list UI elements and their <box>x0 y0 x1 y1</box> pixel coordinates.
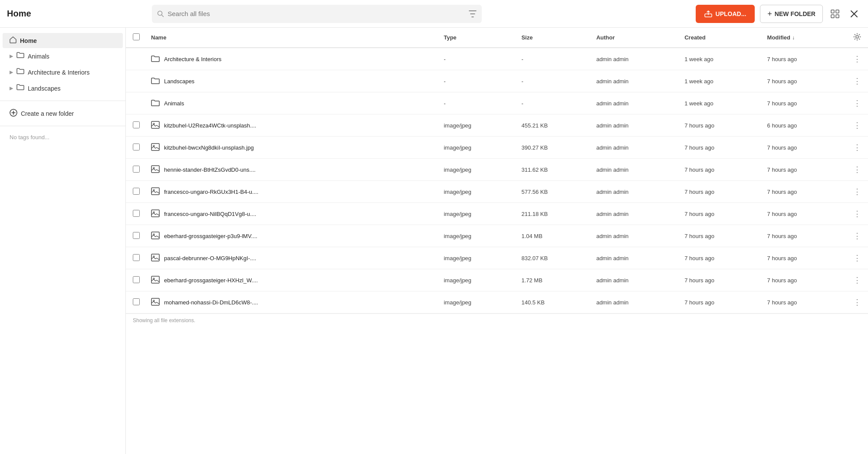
row-author-cell: admin admin <box>593 48 681 70</box>
more-options-button[interactable]: ⋮ <box>850 163 865 176</box>
row-more-cell: ⋮ <box>846 159 868 181</box>
row-name-cell: eberhard-grossgasteiger-HXHzl_W.... <box>148 269 440 291</box>
table-row[interactable]: Animals - - admin admin 1 week ago 7 hou… <box>126 92 868 114</box>
name-header: Name <box>148 28 440 48</box>
row-checkbox[interactable] <box>133 166 140 173</box>
image-icon <box>151 165 160 174</box>
row-more-cell: ⋮ <box>846 48 868 70</box>
search-input[interactable] <box>168 10 465 17</box>
row-more-cell: ⋮ <box>846 203 868 225</box>
row-created-cell: 7 hours ago <box>681 159 763 181</box>
row-more-cell: ⋮ <box>846 137 868 159</box>
more-options-button[interactable]: ⋮ <box>850 141 865 154</box>
sidebar-item-landscapes[interactable]: ▶ Landscapes <box>3 80 123 96</box>
row-size-cell: 1.04 MB <box>518 225 592 247</box>
close-button[interactable] <box>847 7 861 21</box>
row-created-cell: 7 hours ago <box>681 137 763 159</box>
row-select-cell <box>126 137 148 159</box>
more-options-button[interactable]: ⋮ <box>850 75 865 88</box>
svg-rect-17 <box>151 166 159 173</box>
row-more-cell: ⋮ <box>846 225 868 247</box>
row-modified-cell: 7 hours ago <box>764 159 846 181</box>
modified-label: Modified <box>767 34 790 41</box>
table-row[interactable]: francesco-ungaro-NilBQqD1Vg8-u.... image… <box>126 203 868 225</box>
row-size-cell: 455.21 KB <box>518 114 592 137</box>
file-name: kitzbuhel-bwcxNg8dkiI-unsplash.jpg <box>164 144 254 151</box>
table-row[interactable]: kitzbuhel-U2Reza4WCtk-unsplash.... image… <box>126 114 868 137</box>
row-checkbox[interactable] <box>133 121 140 128</box>
row-checkbox[interactable] <box>133 232 140 239</box>
more-options-button[interactable]: ⋮ <box>850 229 865 242</box>
row-size-cell: 1.72 MB <box>518 269 592 291</box>
row-checkbox[interactable] <box>133 144 140 150</box>
row-size-cell: - <box>518 48 592 70</box>
folder-name: Architecture & Interiors <box>164 56 221 62</box>
svg-rect-4 <box>836 10 839 13</box>
row-author-cell: admin admin <box>593 159 681 181</box>
more-options-button[interactable]: ⋮ <box>850 97 865 110</box>
more-options-button[interactable]: ⋮ <box>850 207 865 220</box>
more-options-button[interactable]: ⋮ <box>850 296 865 309</box>
more-options-button[interactable]: ⋮ <box>850 274 865 287</box>
sidebar-item-animals[interactable]: ▶ Animals <box>3 48 123 64</box>
row-type-cell: image/jpeg <box>440 247 518 269</box>
sidebar-item-home[interactable]: Home <box>3 33 123 48</box>
header: Home UPLOAD... + NEW FOLDER <box>0 0 868 28</box>
select-all-col <box>126 28 148 48</box>
row-checkbox[interactable] <box>133 254 140 261</box>
row-type-cell: image/jpeg <box>440 203 518 225</box>
row-more-cell: ⋮ <box>846 291 868 314</box>
upload-button[interactable]: UPLOAD... <box>696 5 755 23</box>
table-row[interactable]: Architecture & Interiors - - admin admin… <box>126 48 868 70</box>
row-size-cell: - <box>518 92 592 114</box>
svg-rect-13 <box>151 121 159 128</box>
table-row[interactable]: kitzbuhel-bwcxNg8dkiI-unsplash.jpg image… <box>126 137 868 159</box>
row-name-cell: kitzbuhel-U2Reza4WCtk-unsplash.... <box>148 114 440 137</box>
svg-rect-29 <box>151 298 159 305</box>
table-row[interactable]: mohamed-nohassi-Di-DmLD6cW8-.... image/j… <box>126 291 868 314</box>
row-name-cell: Architecture & Interiors <box>148 48 440 70</box>
row-checkbox[interactable] <box>133 188 140 195</box>
new-folder-label: NEW FOLDER <box>775 10 815 17</box>
folder-icon <box>151 77 160 86</box>
table-row[interactable]: pascal-debrunner-O-MG9HpNKgI-.... image/… <box>126 247 868 269</box>
file-name: eberhard-grossgasteiger-p3u9-lMV.... <box>164 233 257 239</box>
row-type-cell: image/jpeg <box>440 159 518 181</box>
folder-icon <box>16 68 24 77</box>
size-header: Size <box>518 28 592 48</box>
svg-point-20 <box>153 189 155 191</box>
body-wrap: Home ▶ Animals ▶ Architecture & Interior… <box>0 28 868 454</box>
table-row[interactable]: eberhard-grossgasteiger-HXHzl_W.... imag… <box>126 269 868 291</box>
row-checkbox[interactable] <box>133 298 140 305</box>
table-row[interactable]: hennie-stander-BtHtZsGvdD0-uns.... image… <box>126 159 868 181</box>
table-row[interactable]: Landscapes - - admin admin 1 week ago 7 … <box>126 70 868 92</box>
table-row[interactable]: francesco-ungaro-RkGUx3H1-B4-u.... image… <box>126 181 868 203</box>
svg-point-16 <box>153 145 155 147</box>
image-icon <box>151 121 160 130</box>
file-name: francesco-ungaro-RkGUx3H1-B4-u.... <box>164 189 258 195</box>
row-size-cell: 577.56 KB <box>518 181 592 203</box>
more-options-button[interactable]: ⋮ <box>850 119 865 132</box>
table-row[interactable]: eberhard-grossgasteiger-p3u9-lMV.... ima… <box>126 225 868 247</box>
grid-view-button[interactable] <box>828 7 842 21</box>
row-author-cell: admin admin <box>593 181 681 203</box>
sidebar-item-architecture[interactable]: ▶ Architecture & Interiors <box>3 64 123 80</box>
new-folder-button[interactable]: + NEW FOLDER <box>760 5 823 23</box>
row-modified-cell: 7 hours ago <box>764 225 846 247</box>
filter-icon[interactable] <box>469 10 477 17</box>
row-name-cell: kitzbuhel-bwcxNg8dkiI-unsplash.jpg <box>148 137 440 159</box>
more-options-button[interactable]: ⋮ <box>850 251 865 265</box>
create-folder-button[interactable]: Create a new folder <box>3 105 123 121</box>
settings-icon[interactable] <box>853 36 861 42</box>
select-all-checkbox[interactable] <box>133 33 140 40</box>
row-more-cell: ⋮ <box>846 269 868 291</box>
row-type-cell: image/jpeg <box>440 269 518 291</box>
modified-header[interactable]: Modified ↓ <box>764 28 846 48</box>
sidebar-item-label: Landscapes <box>28 85 61 92</box>
row-more-cell: ⋮ <box>846 92 868 114</box>
row-select-cell <box>126 159 148 181</box>
more-options-button[interactable]: ⋮ <box>850 185 865 198</box>
more-options-button[interactable]: ⋮ <box>850 52 865 65</box>
row-checkbox[interactable] <box>133 210 140 217</box>
row-checkbox[interactable] <box>133 276 140 283</box>
